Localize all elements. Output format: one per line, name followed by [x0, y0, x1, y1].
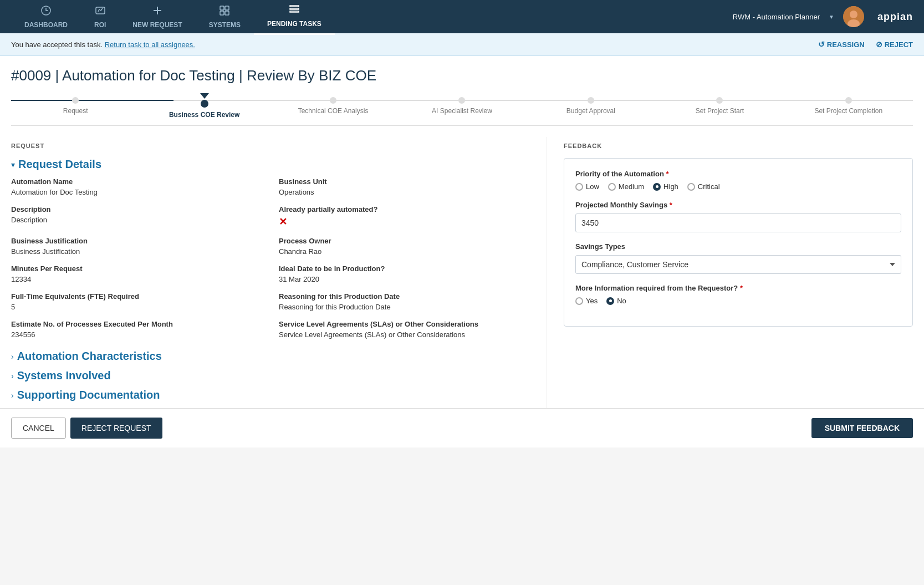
request-details-toggle[interactable]: ▾ Request Details: [11, 158, 524, 171]
nav-item-new-request[interactable]: NEW REQUEST: [119, 0, 195, 34]
nav-label-systems: SYSTEMS: [209, 21, 241, 29]
svg-rect-7: [225, 11, 229, 15]
systems-involved-toggle[interactable]: › Systems Involved: [11, 369, 524, 382]
notification-banner: You have accepted this task. Return task…: [0, 33, 924, 56]
field-business-justification: Business Justification Business Justific…: [11, 237, 257, 256]
step-indicator-business-coe: [200, 93, 209, 99]
systems-involved-title: Systems Involved: [17, 369, 111, 382]
field-process-owner: Process Owner Chandra Rao: [279, 237, 524, 256]
main-content: #0009 | Automation for Doc Testing | Rev…: [0, 56, 924, 408]
priority-option-high[interactable]: High: [653, 182, 678, 191]
user-avatar[interactable]: [843, 6, 864, 27]
more-info-label: More Information required from the Reque…: [575, 284, 901, 292]
request-section-title: REQUEST: [11, 137, 524, 149]
field-description: Description Description: [11, 205, 257, 228]
nav-right: RWM - Automation Planner ▼ appian: [733, 6, 913, 27]
priority-option-medium[interactable]: Medium: [608, 182, 644, 191]
svg-rect-6: [220, 11, 224, 15]
top-navigation: DASHBOARD ROI NEW REQUEST SYSTEMS PENDIN…: [0, 0, 924, 33]
savings-types-select-wrapper: Compliance, Customer Service: [575, 255, 901, 274]
field-fte-required: Full-Time Equivalents (FTE) Required 5: [11, 292, 257, 311]
progress-steps: Request Business COE Review Technical CO…: [11, 93, 913, 125]
radio-circle-no: [606, 297, 614, 305]
field-automation-name: Automation Name Automation for Doc Testi…: [11, 177, 257, 196]
reject-link[interactable]: ⊘ REJECT: [876, 40, 913, 49]
radio-circle-yes: [575, 297, 583, 305]
step-business-coe[interactable]: Business COE Review: [140, 93, 268, 119]
supporting-documentation-title: Supporting Documentation: [17, 389, 160, 401]
more-info-required: *: [740, 284, 743, 292]
roi-icon: [95, 5, 106, 19]
nav-item-roi[interactable]: ROI: [81, 0, 119, 34]
plus-icon: [152, 5, 163, 19]
dropdown-arrow-icon: ▼: [829, 14, 834, 20]
field-estimate-processes: Estimate No. of Processes Executed Per M…: [11, 320, 257, 339]
field-sla: Service Level Agreements (SLAs) or Other…: [279, 320, 524, 339]
nav-item-systems[interactable]: SYSTEMS: [196, 0, 254, 34]
feedback-section-title: FEEDBACK: [564, 137, 913, 149]
submit-feedback-button[interactable]: SUBMIT FEEDBACK: [811, 418, 913, 438]
nav-label-new-request: NEW REQUEST: [132, 21, 182, 29]
nav-label-roi: ROI: [94, 21, 106, 29]
radio-circle-low: [575, 183, 583, 191]
more-info-option-no[interactable]: No: [606, 297, 626, 305]
nav-item-pending-tasks[interactable]: PENDING TASKS: [254, 0, 335, 35]
svg-rect-10: [290, 11, 299, 12]
chevron-right-icon-systems: ›: [11, 372, 14, 380]
chevron-right-icon-docs: ›: [11, 391, 14, 400]
field-already-automated: Already partially automated? ✕: [279, 205, 524, 228]
savings-types-select[interactable]: Compliance, Customer Service: [575, 255, 901, 274]
radio-circle-medium: [608, 183, 616, 191]
step-dot-budget-approval: [588, 97, 594, 104]
step-dot-project-start: [716, 97, 723, 104]
svg-rect-8: [290, 6, 299, 7]
appian-logo: appian: [877, 11, 913, 23]
priority-required: *: [666, 170, 668, 178]
step-budget-approval[interactable]: Budget Approval: [527, 97, 655, 115]
step-dot-request: [72, 97, 79, 104]
automation-characteristics-toggle[interactable]: › Automation Characteristics: [11, 350, 524, 363]
reassign-link[interactable]: ↺ REASSIGN: [818, 40, 865, 49]
step-project-completion[interactable]: Set Project Completion: [784, 97, 913, 115]
field-business-unit: Business Unit Operations: [279, 177, 524, 196]
step-dot-technical-coe: [330, 97, 336, 104]
nav-label-pending-tasks: PENDING TASKS: [267, 20, 321, 28]
left-action-buttons: CANCEL REJECT REQUEST: [11, 418, 162, 439]
projected-savings-label: Projected Monthly Savings *: [575, 201, 901, 209]
request-details-grid: Automation Name Automation for Doc Testi…: [11, 177, 524, 339]
field-ideal-date: Ideal Date to be in Production? 31 Mar 2…: [279, 264, 524, 283]
step-ai-specialist[interactable]: AI Specialist Review: [397, 97, 526, 115]
progress-bar-container: Request Business COE Review Technical CO…: [11, 93, 913, 126]
reject-circle-icon: ⊘: [876, 40, 882, 49]
field-priority: Priority of the Automation * Low Medium: [575, 170, 901, 191]
supporting-documentation-toggle[interactable]: › Supporting Documentation: [11, 389, 524, 401]
two-col-layout: REQUEST ▾ Request Details Automation Nam…: [11, 137, 913, 408]
step-technical-coe[interactable]: Technical COE Analysis: [269, 97, 397, 115]
radio-circle-high: [653, 183, 661, 191]
reject-request-button[interactable]: REJECT REQUEST: [70, 418, 162, 439]
systems-icon: [219, 5, 230, 19]
right-column: FEEDBACK Priority of the Automation * Lo…: [547, 137, 913, 408]
field-savings-types: Savings Types Compliance, Customer Servi…: [575, 242, 901, 274]
svg-point-12: [850, 11, 857, 18]
priority-option-critical[interactable]: Critical: [687, 182, 720, 191]
projected-savings-input[interactable]: [575, 213, 901, 232]
automation-characteristics-title: Automation Characteristics: [17, 350, 162, 363]
field-projected-savings: Projected Monthly Savings *: [575, 201, 901, 232]
notification-text: You have accepted this task. Return task…: [11, 40, 195, 49]
return-task-link[interactable]: Return task to all assignees.: [105, 40, 195, 49]
step-project-start[interactable]: Set Project Start: [655, 97, 784, 115]
chevron-down-icon: ▾: [11, 160, 15, 169]
more-info-radio-group: Yes No: [575, 297, 901, 305]
priority-option-low[interactable]: Low: [575, 182, 599, 191]
step-dot-business-coe: [201, 100, 208, 108]
step-request[interactable]: Request: [11, 97, 140, 115]
bottom-action-bar: CANCEL REJECT REQUEST SUBMIT FEEDBACK: [0, 408, 924, 447]
dashboard-icon: [40, 5, 52, 19]
cancel-button[interactable]: CANCEL: [11, 418, 66, 439]
savings-types-label: Savings Types: [575, 242, 901, 251]
nav-user-label[interactable]: RWM - Automation Planner: [733, 13, 820, 21]
nav-item-dashboard[interactable]: DASHBOARD: [11, 0, 81, 34]
more-info-option-yes[interactable]: Yes: [575, 297, 598, 305]
svg-rect-4: [220, 6, 224, 10]
